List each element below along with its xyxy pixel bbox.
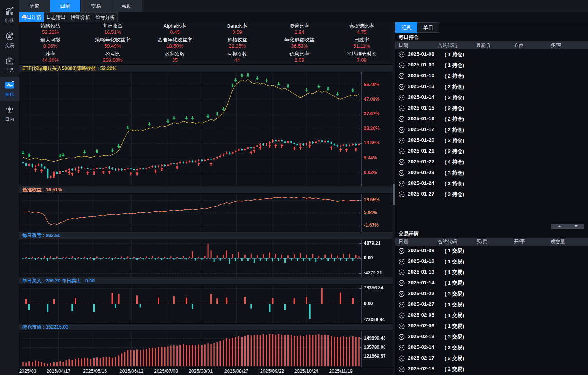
column-header[interactable]: 买/卖: [476, 239, 487, 245]
trades-row[interactable]: 2025-01-22( 3 交易): [395, 289, 588, 299]
stat-label: 平均持仓时长: [347, 51, 377, 57]
sidebar-item-intraday[interactable]: 日内: [0, 101, 19, 126]
sidebar-item-market[interactable]: 行情: [0, 3, 19, 28]
trades-row[interactable]: 2025-02-18( 2 交易): [395, 364, 588, 375]
nav-tab[interactable]: 回测: [50, 0, 81, 12]
row-date: 2025-01-27: [408, 191, 434, 197]
trades-row[interactable]: 2025-01-14( 1 交易): [395, 278, 588, 289]
column-header[interactable]: 合约代码: [438, 42, 457, 49]
strategy-chart-title: ETF代码(每只买入50000)策略收益 : 52.22%: [19, 65, 393, 72]
trades-row[interactable]: 2025-02-06( 1 交易): [395, 321, 588, 332]
benchmark-return-chart[interactable]: [19, 194, 393, 232]
summary-tab[interactable]: 汇总: [395, 22, 417, 33]
holdings-row[interactable]: 2025-01-10( 2 持仓): [395, 71, 588, 81]
holdings-row[interactable]: 2025-01-14( 2 持仓): [395, 92, 588, 103]
holdings-row[interactable]: 2025-01-27( 3 持仓): [395, 189, 588, 200]
stat-value: 35: [172, 57, 178, 63]
row-count: ( 2 持仓): [445, 148, 464, 155]
holdings-row[interactable]: 2025-01-21( 2 持仓): [395, 146, 588, 157]
nav-tab[interactable]: 交易: [81, 0, 111, 12]
holdings-row[interactable]: 2025-01-13( 2 持仓): [395, 81, 588, 92]
holdings-row[interactable]: 2025-01-22( 4 持仓): [395, 157, 588, 168]
chevron-down-icon[interactable]: [399, 302, 405, 308]
chevron-down-icon[interactable]: [399, 84, 405, 90]
sidebar-item-label: 日内: [5, 116, 14, 123]
sub-tab[interactable]: 性能分析: [68, 12, 93, 22]
holdings-row[interactable]: 2025-01-15( 2 持仓): [395, 103, 588, 114]
chevron-down-icon[interactable]: [399, 269, 405, 275]
holdings-row[interactable]: 2025-01-08( 1 持仓): [395, 49, 588, 60]
chevron-down-icon[interactable]: [399, 105, 405, 111]
stat-value: 59.49%: [104, 43, 121, 49]
column-header[interactable]: 多/空: [551, 42, 561, 49]
chevron-down-icon[interactable]: [399, 62, 405, 68]
chevron-down-icon[interactable]: [399, 181, 405, 187]
position-market-value-chart[interactable]: [19, 331, 393, 367]
sidebar-item-trade[interactable]: 交易: [0, 28, 19, 52]
page-down-icon[interactable]: [575, 225, 578, 227]
chevron-down-icon[interactable]: [399, 170, 405, 176]
chevron-down-icon[interactable]: [399, 248, 405, 254]
chevron-down-icon[interactable]: [399, 259, 405, 265]
trades-row[interactable]: 2025-01-27( 1 交易): [395, 299, 588, 310]
column-header[interactable]: 最新价: [476, 42, 491, 49]
column-header[interactable]: 开/平: [514, 239, 525, 245]
trades-row[interactable]: 2025-01-10( 1 交易): [395, 256, 588, 267]
chevron-down-icon[interactable]: [399, 116, 405, 122]
strategy-equity-chart[interactable]: [19, 72, 393, 186]
chevron-down-icon[interactable]: [399, 148, 405, 154]
chevron-down-icon[interactable]: [399, 355, 405, 362]
chevron-down-icon[interactable]: [399, 73, 405, 79]
chevron-down-icon[interactable]: [399, 366, 405, 372]
column-header[interactable]: 成交量: [551, 239, 565, 245]
holdings-row[interactable]: 2025-01-16( 2 持仓): [395, 114, 588, 124]
holdings-pager[interactable]: [551, 224, 584, 229]
column-header[interactable]: 日期: [399, 239, 408, 245]
chevron-down-icon[interactable]: [399, 334, 405, 340]
trades-row[interactable]: 2025-01-08( 1 交易): [395, 246, 588, 256]
sidebar-item-tools[interactable]: 工具: [0, 52, 19, 77]
holdings-row[interactable]: 2025-01-09( 1 持仓): [395, 60, 588, 71]
row-date: 2025-01-17: [408, 126, 434, 132]
chevron-down-icon[interactable]: [399, 127, 405, 133]
page-up-icon[interactable]: [558, 225, 561, 227]
column-header[interactable]: 日期: [399, 42, 408, 49]
daily-buy-sell-chart[interactable]: [19, 285, 393, 323]
row-count: ( 2 持仓): [445, 83, 464, 90]
chevron-down-icon[interactable]: [399, 345, 405, 351]
stat-value: 8.96%: [43, 43, 58, 49]
trades-row[interactable]: 2025-02-17( 2 交易): [395, 353, 588, 364]
sidebar-item-label: 工具: [5, 67, 14, 73]
holdings-row[interactable]: 2025-01-20( 2 持仓): [395, 135, 588, 146]
row-count: ( 1 交易): [445, 269, 464, 276]
chevron-down-icon[interactable]: [399, 95, 405, 101]
row-count: ( 2 持仓): [445, 105, 464, 112]
chevron-down-icon[interactable]: [399, 312, 405, 319]
column-header[interactable]: 合约代码: [438, 239, 457, 245]
stat-label: 胜率: [45, 51, 55, 57]
sidebar-item-quant[interactable]: 量化: [0, 77, 19, 101]
trades-row[interactable]: 2025-02-14( 2 交易): [395, 342, 588, 353]
nav-tab[interactable]: 研究: [19, 0, 50, 12]
chevron-down-icon[interactable]: [399, 291, 405, 297]
stat-cell: 基准年化收益率18.50%: [144, 36, 206, 50]
column-header[interactable]: 仓位: [514, 42, 523, 49]
chevron-down-icon[interactable]: [399, 51, 405, 58]
sub-tab[interactable]: 盈亏分析: [93, 12, 118, 22]
trades-row[interactable]: 2025-02-13( 3 交易): [395, 332, 588, 342]
holdings-row[interactable]: 2025-01-24( 3 持仓): [395, 178, 588, 189]
trades-row[interactable]: 2025-02-05( 1 交易): [395, 310, 588, 321]
nav-tab[interactable]: 帮助: [111, 0, 142, 12]
sub-tab[interactable]: 日志输出: [44, 12, 68, 22]
chevron-down-icon[interactable]: [399, 323, 405, 329]
chevron-down-icon[interactable]: [399, 280, 405, 286]
holdings-row[interactable]: 2025-01-17( 2 持仓): [395, 124, 588, 135]
trades-row[interactable]: 2025-01-13( 1 交易): [395, 267, 588, 278]
chevron-down-icon[interactable]: [399, 159, 405, 165]
chevron-down-icon[interactable]: [399, 191, 405, 197]
sub-tab[interactable]: 每日详情: [19, 12, 44, 22]
chevron-down-icon[interactable]: [399, 138, 405, 144]
holdings-row[interactable]: 2025-01-23( 3 持仓): [395, 168, 588, 178]
summary-tab[interactable]: 单日: [417, 22, 439, 33]
daily-pnl-chart[interactable]: [19, 239, 393, 277]
